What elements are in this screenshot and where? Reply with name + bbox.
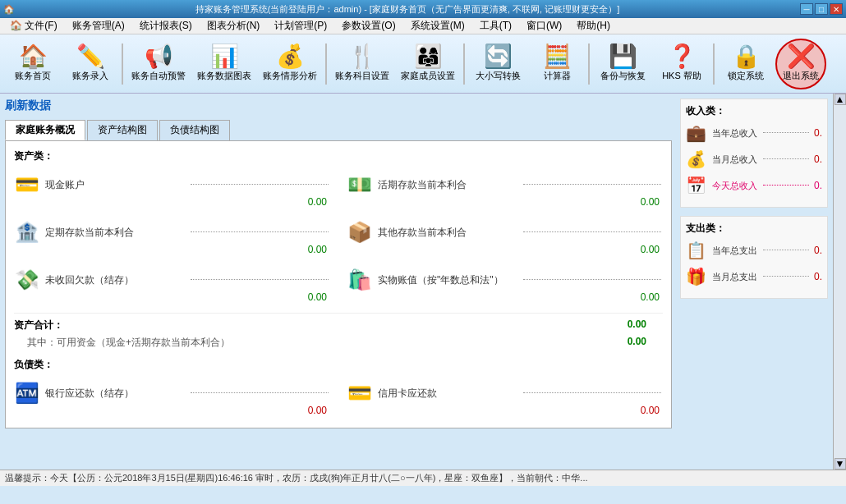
other-deposits-label: 其他存款当前本利合	[378, 226, 517, 240]
menubar: 🏠 文件(F) 账务管理(A) 统计报表(S) 图表分析(N) 计划管理(P) …	[0, 18, 846, 34]
toolbar-lock[interactable]: 🔒 锁定系统	[718, 39, 774, 89]
current-dots	[523, 184, 662, 185]
monthly-expense-icon: 🎁	[686, 267, 709, 286]
toolbar-convert[interactable]: 🔄 大小写转换	[468, 39, 527, 89]
menu-file[interactable]: 🏠 文件(F)	[3, 18, 64, 34]
cash-value: 0.00	[14, 196, 330, 208]
liabilities-title: 负债类：	[14, 358, 663, 372]
asset-fixed: 🏦 定期存款当前本利合 0.00	[14, 218, 330, 259]
titlebar: 🏠 持家账务管理系统(当前登陆用户：admin) - [家庭财务首页（无广告界面…	[0, 0, 846, 18]
uncollected-icon: 💸	[14, 268, 40, 291]
other-deposits-value: 0.00	[347, 244, 663, 255]
bank-label: 银行应还款（结存）	[45, 387, 184, 401]
toolbar-calc[interactable]: 🧮 计算器	[529, 39, 585, 89]
expense-title: 支出类：	[686, 222, 822, 236]
scroll-down[interactable]: ▼	[835, 458, 846, 470]
menu-account[interactable]: 账务管理(A)	[66, 18, 131, 34]
credit-dots	[523, 392, 662, 393]
close-button[interactable]: ✕	[830, 3, 843, 15]
toolbar-sep-4	[588, 44, 590, 85]
alert-icon: 📢	[145, 45, 173, 68]
toolbar-backup[interactable]: 💾 备份与恢复	[593, 39, 652, 89]
assets-title: 资产类：	[14, 149, 663, 163]
members-icon: 👨‍👩‍👧	[414, 45, 443, 68]
annual-income-value: 0.	[814, 127, 822, 139]
monthly-expense-value: 0.	[814, 271, 822, 282]
toolbar-lock-label: 锁定系统	[728, 70, 764, 82]
scrollbar[interactable]: ▲ ▼	[833, 94, 846, 470]
scroll-up[interactable]: ▲	[835, 94, 846, 105]
monthly-income-dots	[763, 158, 809, 159]
toolbar-hks-help[interactable]: ❓ HKS 帮助	[654, 39, 710, 89]
toolbar-hks-help-label: HKS 帮助	[662, 70, 701, 82]
home-icon: 🏠	[19, 45, 48, 68]
toolbar-chart[interactable]: 📊 账务数据图表	[192, 39, 256, 89]
analysis-icon: 💰	[276, 45, 305, 68]
annual-expense-value: 0.	[814, 245, 822, 256]
edit-icon: ✏️	[76, 45, 105, 68]
toolbar-home[interactable]: 🏠 账务首页	[5, 39, 61, 89]
menu-system[interactable]: 系统设置(M)	[404, 18, 471, 34]
statusbar: 温馨提示：今天【公历：公元2018年3月15日(星期四)16:46:16 审时，…	[0, 470, 846, 486]
tabs: 家庭账务概况 资产结构图 负债结构图	[5, 120, 672, 140]
toolbar-exit[interactable]: ❌ 退出系统	[775, 39, 826, 89]
credit-value: 0.00	[347, 405, 663, 416]
physical-icon: 🛍️	[347, 268, 373, 291]
asset-grid: 💳 现金账户 0.00 💵 活期存款当前本利合 0.00	[14, 170, 663, 306]
bank-icon: 🏧	[14, 382, 40, 405]
credit-label: 信用卡应还款	[378, 387, 517, 401]
right-panel: 收入类： 💼 当年总收入 0. 💰 当月总收入 0. 📅 今天总收入 0.	[677, 94, 833, 470]
bank-dots	[191, 392, 329, 393]
monthly-expense-item: 🎁 当月总支出 0.	[686, 267, 822, 286]
current-label: 活期存款当前本利合	[378, 178, 517, 192]
toolbar-members[interactable]: 👨‍👩‍👧 家庭成员设置	[396, 39, 460, 89]
asset-current: 💵 活期存款当前本利合 0.00	[347, 170, 663, 211]
tab-asset-chart[interactable]: 资产结构图	[87, 120, 158, 140]
exit-icon: ❌	[787, 45, 816, 68]
available-label: 其中：可用资金（现金+活期存款当前本利合）	[14, 336, 230, 350]
toolbar-alert[interactable]: 📢 账务自动预警	[126, 39, 191, 89]
current-value: 0.00	[347, 196, 663, 208]
asset-cash: 💳 现金账户 0.00	[14, 170, 330, 211]
cash-icon: 💳	[14, 173, 40, 196]
menu-params[interactable]: 参数设置(O)	[335, 18, 402, 34]
menu-help[interactable]: 帮助(H)	[570, 18, 617, 34]
other-deposits-dots	[523, 231, 662, 232]
menu-window[interactable]: 窗口(W)	[520, 18, 568, 34]
toolbar-backup-label: 备份与恢复	[600, 70, 646, 82]
refresh-title[interactable]: 刷新数据	[5, 99, 672, 113]
toolbar-analysis[interactable]: 💰 账务情形分析	[258, 39, 322, 89]
toolbar-sep-1	[122, 44, 123, 85]
hks-help-icon: ❓	[668, 45, 697, 68]
tab-liability-chart[interactable]: 负债结构图	[159, 120, 230, 140]
app-icon: 🏠	[3, 4, 15, 15]
annual-expense-item: 📋 当年总支出 0.	[686, 241, 822, 260]
minimize-button[interactable]: ─	[800, 3, 813, 15]
annual-income-item: 💼 当年总收入 0.	[686, 123, 822, 143]
monthly-income-icon: 💰	[686, 149, 709, 169]
annual-expense-label: 当年总支出	[712, 245, 758, 257]
fixed-icon: 🏦	[14, 221, 40, 244]
expense-section: 支出类： 📋 当年总支出 0. 🎁 当月总支出 0.	[680, 216, 828, 299]
status-text: 温馨提示：今天【公历：公元2018年3月15日(星期四)16:46:16 审时，…	[5, 472, 588, 484]
asset-uncollected: 💸 未收回欠款（结存） 0.00	[14, 265, 330, 306]
toolbar-subjects[interactable]: 🍴 账务科目设置	[330, 39, 394, 89]
uncollected-label: 未收回欠款（结存）	[45, 273, 184, 287]
toolbar-entry[interactable]: ✏️ 账务录入	[62, 39, 118, 89]
toolbar-entry-label: 账务录入	[72, 70, 108, 82]
toolbar-convert-label: 大小写转换	[476, 70, 521, 82]
menu-plans[interactable]: 计划管理(P)	[268, 18, 333, 34]
today-income-value: 0.	[814, 180, 822, 191]
tab-overview[interactable]: 家庭账务概况	[5, 120, 85, 140]
assets-total-value: 0.00	[628, 318, 646, 332]
menu-tools[interactable]: 工具(T)	[473, 18, 518, 34]
assets-total-label: 资产合计：	[14, 318, 63, 332]
uncollected-dots	[191, 279, 329, 280]
menu-reports[interactable]: 统计报表(S)	[133, 18, 199, 34]
cash-dots	[191, 184, 329, 185]
maximize-button[interactable]: □	[815, 3, 828, 15]
left-panel: 刷新数据 家庭账务概况 资产结构图 负债结构图 资产类： 💳 现金账户 0.00	[0, 94, 677, 470]
toolbar-calc-label: 计算器	[544, 70, 571, 82]
annual-income-dots	[763, 132, 809, 133]
menu-charts[interactable]: 图表分析(N)	[200, 18, 267, 34]
